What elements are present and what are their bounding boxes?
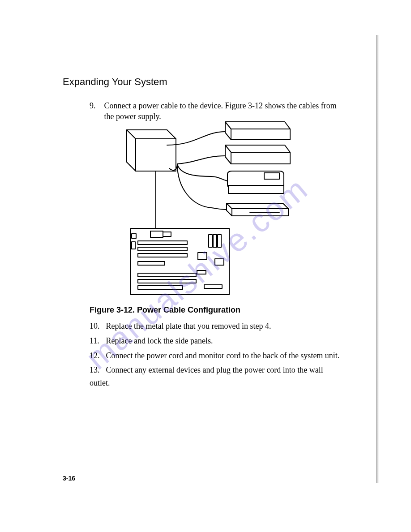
svg-marker-2 — [225, 145, 290, 164]
svg-marker-5 — [227, 203, 288, 216]
step-number: 10. — [90, 320, 104, 333]
svg-rect-24 — [197, 270, 206, 274]
svg-rect-19 — [209, 235, 212, 247]
svg-marker-1 — [225, 122, 290, 140]
svg-rect-11 — [138, 247, 187, 251]
steps-list: 10. Replace the metal plate that you rem… — [90, 320, 340, 391]
step-number: 13. — [90, 364, 104, 377]
list-item: 10. Replace the metal plate that you rem… — [90, 320, 340, 333]
scan-edge-artifact — [376, 35, 379, 483]
svg-rect-21 — [218, 235, 221, 247]
svg-rect-3 — [228, 185, 284, 193]
step-text: Connect any external devices and plug th… — [90, 365, 323, 387]
svg-marker-0 — [127, 130, 176, 171]
svg-rect-8 — [150, 231, 163, 237]
list-item: 12. Connect the power cord and monitor c… — [90, 349, 340, 362]
document-page: Expanding Your System 9. Connect a power… — [0, 0, 411, 532]
svg-rect-15 — [138, 279, 196, 283]
step-text: Replace and lock the side panels. — [106, 336, 213, 345]
drive-second-icon — [225, 145, 290, 164]
step-text: Connect the power cord and monitor cord … — [106, 351, 340, 360]
svg-rect-16 — [138, 286, 183, 289]
svg-rect-23 — [215, 259, 224, 265]
step-number: 12. — [90, 349, 104, 362]
page-number: 3-16 — [63, 475, 75, 482]
svg-rect-12 — [138, 253, 187, 257]
svg-rect-14 — [138, 273, 196, 277]
list-item: 11. Replace and lock the side panels. — [90, 335, 340, 348]
svg-rect-13 — [138, 262, 165, 265]
drive-top-icon — [225, 122, 290, 140]
svg-rect-25 — [204, 285, 222, 288]
list-item: 13. Connect any external devices and plu… — [90, 364, 340, 390]
page-title: Expanding Your System — [63, 76, 167, 88]
hard-disk-icon — [227, 171, 284, 193]
power-cable-diagram-svg — [102, 118, 295, 297]
svg-rect-20 — [213, 235, 217, 247]
floppy-drive-icon — [227, 203, 288, 216]
svg-rect-17 — [132, 234, 136, 238]
svg-rect-9 — [163, 232, 171, 236]
svg-rect-4 — [264, 173, 279, 179]
svg-rect-18 — [132, 242, 135, 249]
motherboard-icon — [131, 228, 229, 295]
step-number: 11. — [90, 335, 104, 348]
step-9-number: 9. — [90, 100, 102, 111]
figure-caption: Figure 3-12. Power Cable Configuration — [90, 305, 240, 315]
figure-3-12-illustration — [102, 118, 295, 297]
power-supply-icon — [127, 130, 176, 171]
step-text: Replace the metal plate that you removed… — [106, 322, 271, 330]
svg-rect-22 — [198, 253, 207, 260]
svg-rect-10 — [138, 241, 187, 245]
